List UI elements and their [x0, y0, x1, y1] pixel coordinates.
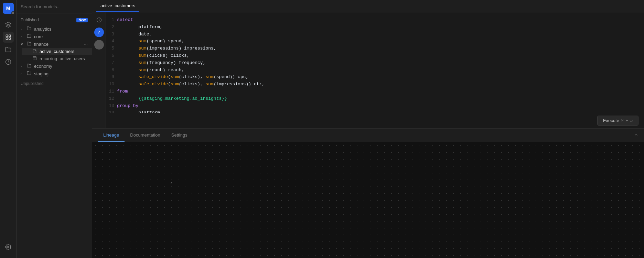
sidebar-item-core[interactable]: › core — [17, 33, 92, 40]
code-editor[interactable]: select platform, date, sum(spend) spend,… — [117, 12, 644, 113]
code-line-3: date, — [117, 31, 644, 38]
editor-tab-bar: active_customers — [92, 0, 644, 12]
active-customers-label: active_customers — [40, 49, 74, 54]
chevron-down-icon: ∨ — [21, 42, 25, 46]
analytics-label: analytics — [34, 26, 52, 32]
published-label: Published — [21, 18, 39, 22]
new-badge: New — [76, 18, 88, 22]
unpublished-label: Unpublished — [21, 81, 44, 86]
folder-icon — [27, 71, 31, 76]
sidebar-item-staging[interactable]: › staging — [17, 70, 92, 77]
sidebar-item-active-customers[interactable]: active_customers — [22, 48, 92, 55]
side-panel-expand-icon[interactable]: › — [168, 179, 175, 186]
svg-rect-0 — [6, 35, 8, 36]
code-line-8: sum(reach) reach, — [117, 67, 644, 74]
svg-rect-1 — [9, 35, 10, 36]
file-icon — [32, 56, 37, 61]
execute-shortcut: ⌘ + ↵ — [621, 118, 633, 123]
code-line-11: from — [117, 88, 644, 95]
code-line-14: platform, — [117, 109, 644, 113]
chevron-right-icon: › — [21, 35, 25, 39]
svg-rect-2 — [6, 38, 8, 40]
main-area: active_customers ✓ 12345 678910 11121314… — [92, 0, 644, 258]
tab-lineage[interactable]: Lineage — [98, 129, 125, 142]
nav-files-icon[interactable] — [3, 44, 14, 55]
tab-documentation[interactable]: Documentation — [125, 129, 165, 142]
finance-children: active_customers recurring_active_users — [17, 48, 92, 62]
published-section-header: Published New — [17, 16, 92, 24]
nav-plugins-icon[interactable] — [3, 19, 14, 30]
nav-models-icon[interactable] — [3, 32, 14, 43]
code-line-4: sum(spend) spend, — [117, 38, 644, 45]
code-line-9: safe_divide(sum(clicks), sum(spend)) cpc… — [117, 74, 644, 81]
code-line-5: sum(impressions) impressions, — [117, 45, 644, 52]
code-line-1: select — [117, 17, 644, 24]
sidebar-item-recurring-users[interactable]: recurring_active_users — [22, 55, 92, 62]
run-icon[interactable] — [94, 40, 104, 50]
sidebar-item-economy[interactable]: › economy — [17, 62, 92, 70]
folder-icon — [27, 26, 31, 32]
icon-bar: M — [0, 0, 17, 258]
tab-active-customers[interactable]: active_customers — [96, 0, 139, 12]
file-icon — [32, 49, 37, 54]
code-line-7: sum(frequency) frequency, — [117, 60, 644, 67]
svg-rect-6 — [33, 57, 36, 60]
finance-label: finance — [34, 42, 49, 47]
check-icon[interactable]: ✓ — [94, 28, 104, 37]
line-numbers: 12345 678910 1112131415 — [106, 12, 117, 113]
lineage-panel — [92, 142, 644, 258]
code-area[interactable]: 12345 678910 1112131415 select platform,… — [106, 12, 644, 113]
chevron-right-icon: › — [21, 64, 25, 68]
collapse-panel-icon[interactable] — [634, 132, 638, 139]
staging-label: staging — [34, 71, 49, 76]
search-container — [17, 0, 92, 13]
recurring-users-label: recurring_active_users — [40, 56, 85, 61]
editor-main: 12345 678910 1112131415 select platform,… — [106, 12, 644, 128]
sidebar-item-finance[interactable]: ∨ finance ··· — [17, 40, 92, 48]
finance-menu-icon[interactable]: ··· — [84, 41, 88, 47]
sidebar-item-analytics[interactable]: › analytics — [17, 25, 92, 33]
search-input[interactable] — [21, 4, 88, 9]
code-line-13: group by — [117, 103, 644, 110]
svg-point-5 — [7, 246, 9, 248]
unpublished-section: Unpublished — [17, 77, 92, 88]
bottom-tabs-bar: Lineage Documentation Settings — [92, 128, 644, 142]
history-icon[interactable] — [94, 15, 104, 25]
tab-title: active_customers — [100, 3, 135, 8]
code-line-6: sum(clicks) clicks, — [117, 52, 644, 60]
execute-button[interactable]: Execute ⌘ + ↵ — [597, 116, 638, 126]
folder-icon — [27, 41, 31, 47]
nav-settings-icon[interactable] — [3, 241, 14, 252]
chevron-right-icon: › — [21, 72, 25, 76]
nav-history-icon[interactable] — [3, 56, 14, 67]
avatar-badge — [11, 11, 15, 15]
folder-icon — [27, 34, 31, 39]
sidebar-tree: Published New › analytics › core — [17, 13, 92, 258]
side-panel: ✓ — [92, 12, 106, 128]
tab-settings[interactable]: Settings — [166, 129, 193, 142]
sidebar: Published New › analytics › core — [17, 0, 92, 258]
svg-rect-3 — [9, 38, 10, 40]
code-line-12: {{staging.marketing.ad_insights}} — [117, 95, 644, 103]
economy-label: economy — [34, 64, 52, 69]
chevron-right-icon: › — [21, 27, 25, 31]
code-line-2: platform, — [117, 24, 644, 31]
editor-with-side: ✓ 12345 678910 1112131415 select platfor… — [92, 12, 644, 128]
editor-footer: Execute ⌘ + ↵ — [106, 113, 644, 128]
avatar[interactable]: M — [3, 3, 14, 14]
code-line-10: safe_divide(sum(clicks), sum(impressions… — [117, 81, 644, 88]
core-label: core — [34, 34, 43, 39]
folder-icon — [27, 63, 31, 69]
